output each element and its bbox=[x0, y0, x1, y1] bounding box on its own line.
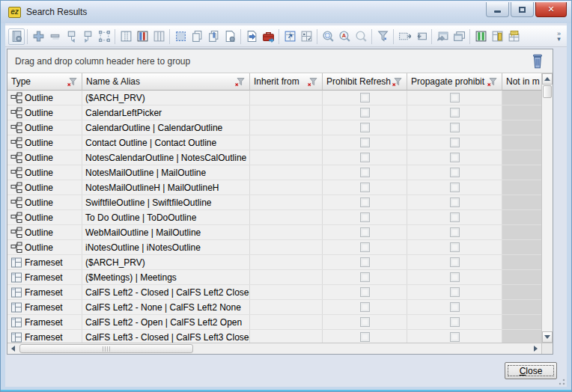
resize-grip[interactable] bbox=[557, 377, 565, 385]
prohibit-refresh-checkbox[interactable] bbox=[360, 317, 370, 327]
prohibit-refresh-checkbox[interactable] bbox=[360, 153, 370, 162]
propagate-prohibit-checkbox[interactable] bbox=[450, 212, 460, 222]
collapse-field-button[interactable] bbox=[413, 28, 429, 45]
prohibit-refresh-checkbox[interactable] bbox=[360, 332, 370, 342]
column-header-type[interactable]: Type bbox=[7, 73, 82, 91]
designer-properties-button[interactable] bbox=[8, 28, 25, 45]
propagate-prohibit-checkbox[interactable] bbox=[450, 317, 460, 327]
maximize-button[interactable] bbox=[511, 2, 534, 17]
propagate-prohibit-checkbox[interactable] bbox=[450, 287, 460, 297]
propagate-prohibit-checkbox[interactable] bbox=[450, 108, 460, 117]
table-row[interactable]: Outline iNotesOutline | iNotesOutline bbox=[7, 240, 553, 255]
vertical-scrollbar-thumb[interactable] bbox=[543, 85, 552, 98]
table-row[interactable]: Outline NotesCalendarOutline | NotesCalO… bbox=[7, 150, 553, 165]
columns-plain-button[interactable] bbox=[150, 28, 167, 45]
table-row[interactable]: Outline SwiftfileOutline | SwiftfileOutl… bbox=[7, 195, 553, 210]
prohibit-refresh-checkbox[interactable] bbox=[360, 212, 370, 222]
propagate-prohibit-checkbox[interactable] bbox=[450, 168, 460, 177]
prohibit-refresh-checkbox[interactable] bbox=[360, 108, 370, 117]
windows-list-button[interactable] bbox=[451, 28, 467, 45]
propagate-prohibit-checkbox[interactable] bbox=[450, 153, 460, 162]
titlebar[interactable]: ez Search Results ✕ bbox=[1, 1, 571, 23]
table-row[interactable]: Outline To Do Outline | ToDoOutline bbox=[7, 210, 553, 225]
table-validate-button[interactable] bbox=[298, 28, 314, 45]
copy-button[interactable] bbox=[189, 28, 205, 45]
expand-field-button[interactable] bbox=[396, 28, 413, 45]
propagate-prohibit-checkbox[interactable] bbox=[450, 302, 460, 312]
prohibit-refresh-checkbox[interactable] bbox=[360, 272, 370, 282]
propagate-prohibit-checkbox[interactable] bbox=[450, 197, 460, 207]
propagate-prohibit-checkbox[interactable] bbox=[450, 272, 460, 282]
prohibit-refresh-checkbox[interactable] bbox=[360, 183, 370, 192]
table-row[interactable]: Frameset CalFS Left2 - Open | CalFS Left… bbox=[7, 315, 553, 330]
table-properties-button[interactable] bbox=[282, 28, 298, 45]
propagate-prohibit-checkbox[interactable] bbox=[450, 242, 460, 252]
prohibit-refresh-checkbox[interactable] bbox=[360, 138, 370, 147]
copy-columns-button[interactable] bbox=[205, 28, 222, 45]
insert-column-button[interactable] bbox=[118, 28, 134, 45]
vertical-scrollbar[interactable] bbox=[541, 73, 553, 343]
prohibit-refresh-checkbox[interactable] bbox=[360, 242, 370, 252]
propagate-prohibit-checkbox[interactable] bbox=[450, 138, 460, 147]
prohibit-refresh-checkbox[interactable] bbox=[360, 93, 370, 102]
propagate-prohibit-checkbox[interactable] bbox=[450, 257, 460, 267]
prohibit-refresh-checkbox[interactable] bbox=[360, 197, 370, 207]
select-objects-button[interactable] bbox=[96, 28, 112, 45]
add-button[interactable] bbox=[30, 28, 46, 45]
prohibit-refresh-checkbox[interactable] bbox=[360, 257, 370, 267]
propagate-prohibit-checkbox[interactable] bbox=[450, 332, 460, 342]
filter-icon[interactable] bbox=[392, 77, 403, 87]
demote-button[interactable] bbox=[79, 28, 96, 45]
page-properties-button[interactable] bbox=[222, 28, 238, 45]
column-header-name-alias[interactable]: Name & Alias bbox=[82, 73, 250, 91]
promote-button[interactable] bbox=[63, 28, 79, 45]
table-row[interactable]: Frameset CalFS Left2 - None | CalFS Left… bbox=[7, 300, 553, 315]
prohibit-refresh-checkbox[interactable] bbox=[360, 123, 370, 132]
table-row[interactable]: Frameset CalFS Left2 - Closed | CalFS Le… bbox=[7, 285, 553, 300]
toolbox-button[interactable] bbox=[260, 28, 276, 45]
select-region-button[interactable] bbox=[172, 28, 189, 45]
propagate-prohibit-checkbox[interactable] bbox=[450, 93, 460, 102]
filter-icon[interactable] bbox=[307, 77, 318, 87]
scroll-down-button[interactable] bbox=[542, 331, 553, 343]
filter-icon[interactable] bbox=[487, 77, 498, 87]
prohibit-refresh-checkbox[interactable] bbox=[360, 302, 370, 312]
scroll-left-button[interactable] bbox=[7, 343, 19, 354]
table-row[interactable]: Frameset CalFS Left3 - Closed | CalFS Le… bbox=[7, 330, 553, 343]
table-row[interactable]: Outline Contact Outline | Contact Outlin… bbox=[7, 135, 553, 150]
column-header-propagate-prohibit[interactable]: Propagate prohibit bbox=[407, 73, 502, 91]
filter-icon[interactable] bbox=[234, 77, 246, 87]
table-row[interactable]: Frameset ($ARCH_PRV) bbox=[7, 255, 553, 270]
filter-icon[interactable] bbox=[67, 77, 78, 87]
remove-button[interactable] bbox=[46, 28, 63, 45]
table-row[interactable]: Outline NotesMailOutlineH | MailOutlineH bbox=[7, 180, 553, 195]
group-by-bar[interactable]: Drag and drop column header here to grou… bbox=[7, 49, 553, 73]
show-columns-button[interactable] bbox=[472, 28, 489, 45]
horizontal-scrollbar-thumb[interactable] bbox=[19, 344, 193, 353]
prohibit-refresh-checkbox[interactable] bbox=[360, 287, 370, 297]
scroll-up-button[interactable] bbox=[542, 73, 553, 85]
prohibit-refresh-checkbox[interactable] bbox=[360, 168, 370, 177]
column-header-prohibit-refresh[interactable]: Prohibit Refresh bbox=[323, 73, 407, 91]
horizontal-scrollbar[interactable] bbox=[7, 343, 541, 354]
table-row[interactable]: Outline CalendarLeftPicker bbox=[7, 105, 553, 120]
close-window-button[interactable]: ✕ bbox=[535, 2, 567, 17]
column-comment-button[interactable] bbox=[505, 28, 522, 45]
propagate-prohibit-checkbox[interactable] bbox=[450, 183, 460, 192]
zoom-out-button[interactable] bbox=[353, 28, 369, 45]
table-row[interactable]: Frameset ($Meetings) | Meetings bbox=[7, 270, 553, 285]
vertical-scrollbar-track[interactable] bbox=[542, 99, 553, 331]
propagate-prohibit-checkbox[interactable] bbox=[450, 227, 460, 237]
prohibit-refresh-checkbox[interactable] bbox=[360, 227, 370, 237]
zoom-region-button[interactable] bbox=[320, 28, 336, 45]
table-row[interactable]: Outline WebMailOutline | MailOutline bbox=[7, 225, 553, 240]
edit-column-button[interactable] bbox=[489, 28, 505, 45]
export-document-button[interactable] bbox=[243, 28, 260, 45]
zoom-font-button[interactable]: A bbox=[336, 28, 353, 45]
trash-icon[interactable] bbox=[530, 53, 545, 70]
propagate-prohibit-checkbox[interactable] bbox=[450, 123, 460, 132]
filter-button[interactable] bbox=[374, 28, 391, 45]
column-header-inherit-from[interactable]: Inherit from bbox=[250, 73, 323, 91]
close-button[interactable]: Close bbox=[505, 362, 557, 379]
column-colors-button[interactable] bbox=[134, 28, 150, 45]
